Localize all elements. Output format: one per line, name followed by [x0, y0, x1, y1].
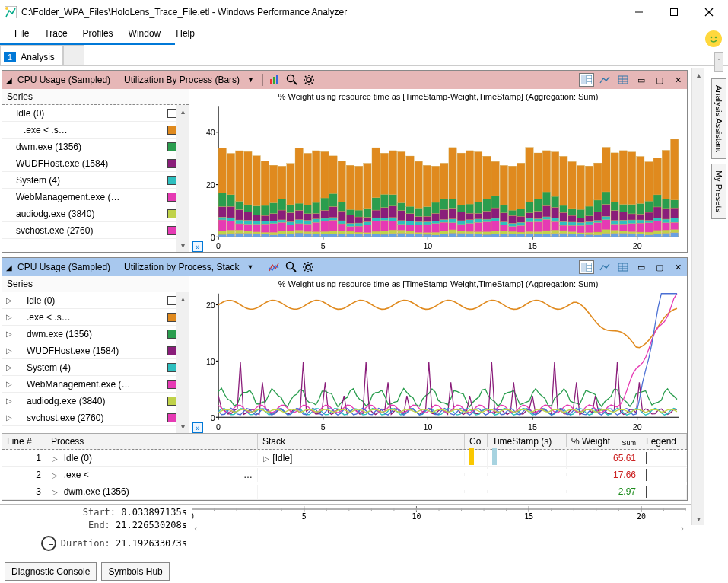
feedback-button[interactable] — [705, 30, 722, 47]
scrollbar[interactable]: ▴▾ — [176, 105, 189, 252]
tab-number: 1 — [4, 52, 16, 62]
svg-rect-243 — [449, 148, 456, 199]
view-chart-table-icon[interactable] — [579, 73, 594, 87]
side-grip[interactable]: ⋮ — [714, 52, 723, 72]
legend-item[interactable]: ▷Idle (0) — [2, 292, 189, 309]
sidetab-analysis-assistant[interactable]: Analysis Assistant — [711, 78, 726, 159]
legend-item[interactable]: Idle (0) — [2, 105, 189, 122]
menu-window[interactable]: Window — [122, 27, 168, 40]
legend-list[interactable]: Idle (0).exe < .s…dwm.exe (1356)WUDFHost… — [2, 105, 189, 252]
timeline-axis[interactable]: 05101520 ‹› — [192, 506, 686, 550]
menu-help[interactable]: Help — [169, 27, 202, 40]
legend-item[interactable]: ▷.exe < .s… — [2, 309, 189, 326]
view-chart-table-icon[interactable] — [579, 260, 594, 274]
svg-rect-420 — [671, 230, 679, 233]
workspace-scrollbar[interactable]: ▴▾ — [691, 68, 704, 525]
preset-dropdown-icon[interactable]: ▼ — [247, 76, 257, 84]
menu-profiles[interactable]: Profiles — [76, 27, 120, 40]
collapse-icon[interactable]: ◢ — [4, 76, 14, 84]
col-stack[interactable]: Stack — [258, 434, 465, 449]
gear-icon[interactable] — [302, 73, 316, 87]
panel-preset[interactable]: Utilization by Process, Stack — [119, 262, 243, 272]
collapse-icon[interactable]: ◢ — [4, 263, 14, 272]
svg-rect-231 — [440, 231, 448, 234]
chart-config-icon[interactable] — [268, 260, 281, 274]
col-line[interactable]: Line # — [2, 434, 46, 449]
legend-item[interactable]: ▷WUDFHost.exe (1584) — [2, 342, 189, 359]
svg-rect-122 — [304, 214, 311, 221]
svg-rect-118 — [304, 234, 311, 237]
maximize-button[interactable] — [656, 0, 691, 24]
preset-dropdown-icon[interactable]: ▼ — [246, 263, 256, 271]
col-weight[interactable]: % WeightSum — [567, 434, 641, 449]
view-table-icon[interactable] — [615, 260, 631, 274]
expand-icon[interactable]: » — [192, 241, 203, 252]
legend-item[interactable]: dwm.exe (1356) — [2, 139, 189, 155]
view-chart-icon[interactable] — [597, 73, 612, 87]
sidetab-my-presets[interactable]: My Presets — [711, 164, 726, 219]
scrollbar[interactable]: ▴▾ — [176, 292, 189, 433]
svg-rect-97 — [278, 234, 286, 237]
svg-rect-266 — [483, 232, 491, 234]
svg-rect-168 — [364, 233, 371, 234]
svg-rect-248 — [457, 212, 465, 221]
svg-rect-411 — [653, 158, 661, 195]
svg-rect-389 — [628, 205, 635, 214]
svg-rect-143 — [329, 206, 337, 217]
close-panel-icon[interactable]: ✕ — [670, 73, 685, 87]
legend-item[interactable]: WUDFHost.exe (1584) — [2, 155, 189, 172]
svg-rect-108 — [287, 212, 294, 221]
svg-line-434 — [311, 270, 313, 272]
panel-preset[interactable]: Utilization By Process (Bars) — [119, 75, 244, 85]
tab-new[interactable] — [63, 45, 84, 65]
chart-config-icon[interactable] — [269, 73, 282, 87]
timeline-scrollbar[interactable]: ‹› — [192, 522, 686, 534]
svg-rect-148 — [338, 224, 345, 231]
view-chart-icon[interactable] — [597, 260, 612, 274]
table-row[interactable]: 3▷ dwm.exe (1356)2.97 — [2, 483, 687, 500]
svg-rect-66 — [236, 209, 243, 220]
minimize-panel-icon[interactable]: ▭ — [634, 73, 649, 87]
legend-item[interactable]: System (4) — [2, 172, 189, 189]
legend-item[interactable]: WebManagement.exe (… — [2, 189, 189, 205]
svg-rect-132 — [321, 234, 329, 237]
diagnostic-console-button[interactable]: Diagnostic Console — [5, 562, 97, 581]
view-table-icon[interactable] — [615, 73, 631, 87]
col-process[interactable]: Process — [46, 434, 258, 449]
menu-file[interactable]: File — [8, 27, 36, 40]
legend-item[interactable]: ▷dwm.exe (1356) — [2, 326, 189, 342]
legend-item[interactable]: ▷audiodg.exe (3840) — [2, 393, 189, 409]
svg-rect-154 — [346, 231, 354, 234]
table-row[interactable]: 1▷ Idle (0)▷ [Idle]65.61 — [2, 450, 687, 467]
legend-item[interactable]: ▷WebManagement.exe (… — [2, 376, 189, 393]
close-button[interactable] — [691, 0, 726, 24]
legend-item[interactable]: ▷svchost.exe (2760) — [2, 409, 189, 426]
expand-icon[interactable]: » — [192, 422, 203, 433]
svg-rect-326 — [551, 196, 558, 207]
tab-analysis[interactable]: 1 Analysis — [0, 45, 63, 65]
svg-rect-77 — [253, 232, 260, 234]
legend-item[interactable]: svchost.exe (2760) — [2, 222, 189, 239]
symbols-hub-button[interactable]: Symbols Hub — [101, 562, 169, 581]
search-icon[interactable] — [285, 260, 298, 274]
minimize-button[interactable] — [622, 0, 656, 24]
table-row[interactable]: 2▷ .exe <…17.66 — [2, 467, 687, 483]
svg-rect-137 — [321, 198, 329, 210]
line-chart[interactable]: 0102005101520 » — [194, 290, 682, 433]
menu-trace[interactable]: Trace — [37, 27, 74, 40]
search-icon[interactable] — [285, 73, 299, 87]
svg-rect-323 — [551, 221, 558, 230]
gear-icon[interactable] — [301, 260, 315, 274]
bar-chart[interactable]: 0204005101520 » — [194, 103, 682, 252]
legend-item[interactable]: audiodg.exe (3840) — [2, 205, 189, 222]
svg-rect-286 — [508, 234, 516, 237]
close-panel-icon[interactable]: ✕ — [670, 260, 685, 274]
svg-rect-141 — [329, 220, 337, 231]
col-legend[interactable]: Legend — [641, 434, 687, 449]
maximize-panel-icon[interactable]: ▢ — [652, 73, 667, 87]
maximize-panel-icon[interactable]: ▢ — [652, 260, 667, 274]
legend-item[interactable]: .exe < .s… — [2, 122, 189, 139]
minimize-panel-icon[interactable]: ▭ — [634, 260, 649, 274]
legend-item[interactable]: ▷System (4) — [2, 359, 189, 376]
legend-list[interactable]: ▷Idle (0)▷.exe < .s…▷dwm.exe (1356)▷WUDF… — [2, 292, 189, 433]
